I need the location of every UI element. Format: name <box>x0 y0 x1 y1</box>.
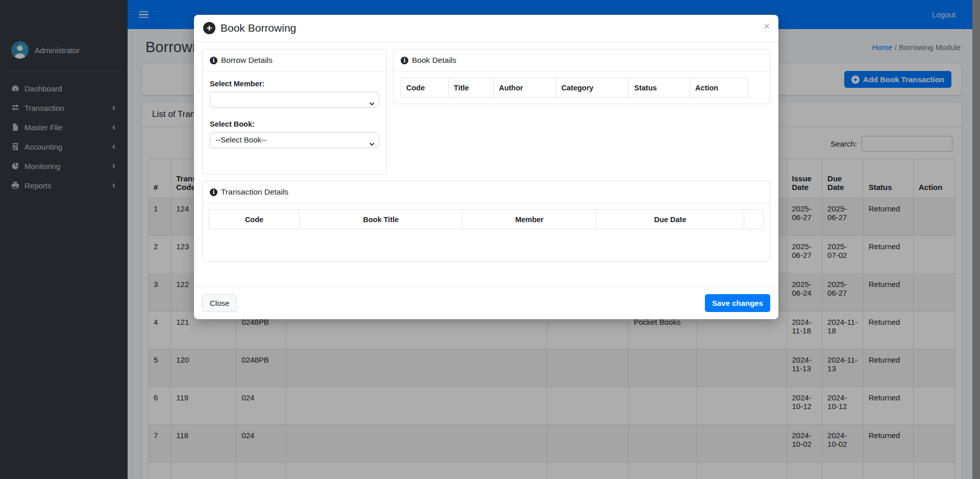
book-details-header: Book Details <box>394 50 770 71</box>
column-header: Due Date <box>597 210 744 229</box>
select-book-dropdown[interactable]: --Select Book-- <box>210 132 379 148</box>
book-borrowing-modal: Book Borrowing × Borrow Details Select M… <box>194 15 778 319</box>
select-book-label: Select Book: <box>210 120 379 128</box>
app-root: Administrator DashboardTransaction‹Maste… <box>0 0 980 479</box>
column-header: Title <box>449 78 494 98</box>
column-header: Code <box>401 78 449 98</box>
column-header <box>744 210 763 229</box>
borrow-details-header: Borrow Details <box>203 50 386 71</box>
select-member-dropdown[interactable] <box>210 92 379 108</box>
transaction-details-table: CodeBook TitleMemberDue Date <box>209 209 764 229</box>
column-header: Author <box>494 78 556 98</box>
info-icon <box>210 188 217 196</box>
borrow-details-card: Borrow Details Select Member: Select Boo… <box>202 49 387 175</box>
select-member-label: Select Member: <box>210 80 379 88</box>
column-header: Status <box>629 78 690 98</box>
column-header: Member <box>462 210 597 229</box>
column-header: Code <box>209 210 300 229</box>
modal-cards-row: Borrow Details Select Member: Select Boo… <box>202 49 770 175</box>
modal-body: Borrow Details Select Member: Select Boo… <box>194 42 778 286</box>
close-button[interactable]: Close <box>202 294 237 312</box>
modal-title: Book Borrowing <box>220 22 296 34</box>
column-header: Action <box>690 78 748 98</box>
chevron-down-icon <box>369 139 375 148</box>
modal-footer: Close Save changes <box>194 286 778 319</box>
book-details-card: Book Details CodeTitleAuthorCategoryStat… <box>393 49 770 104</box>
modal-header: Book Borrowing × <box>194 15 778 42</box>
column-header: Category <box>556 78 629 98</box>
close-icon[interactable]: × <box>764 21 770 31</box>
transaction-details-card: Transaction Details CodeBook TitleMember… <box>202 181 770 261</box>
info-icon <box>210 57 217 64</box>
save-changes-button[interactable]: Save changes <box>705 294 770 312</box>
column-header: Book Title <box>300 210 462 229</box>
info-icon <box>401 57 408 64</box>
chevron-down-icon <box>369 99 375 107</box>
borrow-details-body: Select Member: Select Book: --Select Boo… <box>203 71 386 155</box>
book-details-table: CodeTitleAuthorCategoryStatusAction <box>401 78 748 98</box>
transaction-details-header: Transaction Details <box>203 181 770 203</box>
plus-circle-icon <box>203 22 215 34</box>
